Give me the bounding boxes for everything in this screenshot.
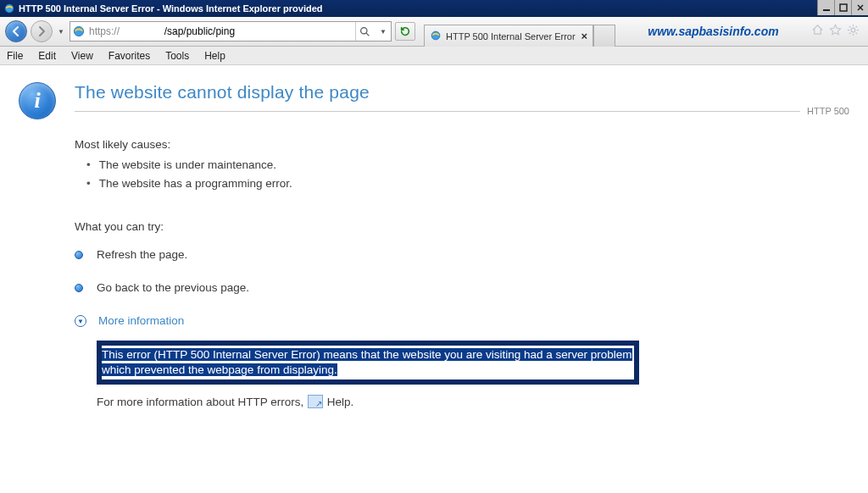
error-page-body: i The website cannot display the page HT…: [0, 65, 868, 425]
chevron-down-icon: ▼: [75, 315, 86, 327]
menu-favorites[interactable]: Favorites: [108, 50, 150, 62]
page-title: The website cannot display the page: [75, 82, 849, 102]
tab-label: HTTP 500 Internal Server Error: [446, 31, 576, 42]
more-information-label: More information: [98, 314, 184, 327]
minimize-button[interactable]: [817, 0, 834, 15]
forward-button[interactable]: [31, 20, 53, 42]
window-title: HTTP 500 Internal Server Error - Windows…: [19, 3, 817, 14]
try-heading: What you can try:: [75, 220, 849, 233]
menu-help[interactable]: Help: [204, 50, 225, 62]
tab-close-icon[interactable]: ×: [581, 30, 587, 42]
new-tab-button[interactable]: [593, 25, 615, 47]
try-back-row[interactable]: Go back to the previous page.: [75, 281, 849, 294]
try-refresh-row[interactable]: Refresh the page.: [75, 248, 849, 261]
menu-bar: File Edit View Favorites Tools Help: [0, 47, 868, 65]
menu-file[interactable]: File: [7, 50, 23, 62]
browser-tab[interactable]: HTTP 500 Internal Server Error ×: [424, 25, 593, 47]
try-item-label: Refresh the page.: [97, 248, 187, 261]
address-bar[interactable]: https:// /sap/public/ping ▼: [70, 21, 392, 42]
ie-app-icon: [3, 3, 15, 14]
menu-edit[interactable]: Edit: [38, 50, 56, 62]
svg-point-7: [851, 28, 855, 32]
window-titlebar: HTTP 500 Internal Server Error - Windows…: [0, 0, 868, 17]
svg-line-13: [856, 32, 858, 34]
menu-view[interactable]: View: [71, 50, 93, 62]
list-item: The website has a programming error.: [86, 174, 849, 193]
toolbar-right-icons: [811, 24, 863, 40]
ie-tab-icon: [430, 30, 442, 43]
causes-heading: Most likely causes:: [75, 138, 849, 151]
url-scheme: https://: [89, 25, 120, 37]
search-icon[interactable]: [355, 22, 374, 41]
help-line: For more information about HTTP errors, …: [97, 395, 849, 408]
svg-line-15: [849, 32, 851, 34]
svg-line-5: [366, 33, 369, 36]
svg-rect-2: [840, 4, 847, 11]
svg-line-14: [856, 25, 858, 27]
tab-strip: HTTP 500 Internal Server Error ×: [424, 17, 615, 46]
more-information-detail: This error (HTTP 500 Internal Server Err…: [97, 341, 639, 385]
search-dropdown-icon[interactable]: ▼: [377, 22, 389, 41]
list-item: The website is under maintenance.: [86, 156, 849, 174]
browser-toolbar: ▼ https:// /sap/public/ping ▼ HTTP 500 I…: [0, 17, 868, 47]
menu-tools[interactable]: Tools: [165, 50, 189, 62]
back-button[interactable]: [5, 20, 27, 42]
url-path: /sap/public/ping: [164, 25, 235, 37]
svg-line-12: [849, 25, 851, 27]
selected-detail-text: This error (HTTP 500 Internal Server Err…: [102, 348, 632, 376]
svg-point-4: [361, 27, 367, 33]
site-icon: [72, 25, 86, 38]
refresh-bullet-icon: [75, 251, 83, 259]
info-icon: i: [19, 82, 56, 119]
brand-label: www.sapbasisinfo.com: [619, 24, 808, 39]
divider: HTTP 500: [75, 111, 849, 112]
svg-rect-1: [823, 9, 830, 11]
back-bullet-icon: [75, 284, 83, 292]
more-information-toggle[interactable]: ▼ More information: [75, 314, 849, 327]
try-item-label: Go back to the previous page.: [97, 281, 249, 294]
close-button[interactable]: [851, 0, 868, 15]
maximize-button[interactable]: [834, 0, 851, 15]
refresh-button[interactable]: [395, 22, 415, 41]
star-icon[interactable]: [829, 24, 842, 40]
gear-icon[interactable]: [847, 24, 860, 40]
status-code-label: HTTP 500: [800, 106, 849, 116]
window-controls: [817, 0, 868, 17]
nav-history-dropdown[interactable]: ▼: [56, 28, 66, 36]
home-icon[interactable]: [811, 24, 824, 40]
causes-list: The website is under maintenance. The we…: [86, 156, 849, 193]
help-link-icon[interactable]: [308, 395, 323, 408]
